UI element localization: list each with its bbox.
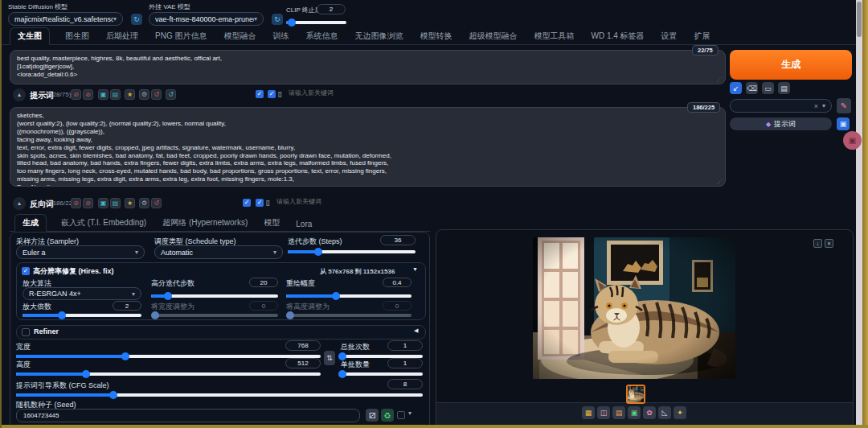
prompt-clear-all-button[interactable]: ⊘ xyxy=(83,89,93,100)
tab-wd14-tagger[interactable]: WD 1.4 标签器 xyxy=(589,28,645,44)
negative-clear-button[interactable]: ⊘ xyxy=(71,198,81,208)
resize-handle-icon[interactable]: ⋰ xyxy=(716,179,723,185)
tab-img2img[interactable]: 图生图 xyxy=(63,28,91,44)
hires-fix-checkbox[interactable]: ✓ xyxy=(22,267,30,275)
seed-input[interactable] xyxy=(16,409,360,422)
download-image-button[interactable]: ↓ xyxy=(813,239,822,248)
prompt-copy-button[interactable]: ▣ xyxy=(98,89,108,100)
batch-size-input[interactable] xyxy=(387,358,423,368)
width-input[interactable] xyxy=(285,340,321,351)
upscaler-select[interactable]: R-ESRGAN 4x+ ▾ xyxy=(23,287,141,300)
gallery-thumbnail[interactable] xyxy=(626,385,645,404)
reuse-seed-button[interactable]: ♻ xyxy=(381,409,394,422)
prompt-keyword-checkbox[interactable]: ✓ xyxy=(268,90,276,98)
save-zip-button[interactable]: ▤ xyxy=(612,406,625,419)
subtab-hypernetworks[interactable]: 超网络 (Hypernetworks) xyxy=(161,215,249,231)
edit-styles-button[interactable]: ✎ xyxy=(837,98,851,113)
open-folder-button[interactable]: ▦ xyxy=(582,406,595,419)
restore-progress-button[interactable]: ▭ xyxy=(762,82,774,94)
prompt-settings-button[interactable]: ⚙ xyxy=(139,89,149,100)
prompt-keyword-input[interactable] xyxy=(287,88,403,97)
prompt-paste-button[interactable]: ▤ xyxy=(110,89,121,100)
prompt-clear-button[interactable]: ⊘ xyxy=(71,89,81,100)
tab-system-info[interactable]: 系统信息 xyxy=(304,28,339,44)
seed-extra-caret[interactable]: ▾ xyxy=(408,409,411,417)
upscale-by-input[interactable] xyxy=(113,301,141,311)
resize-height-slider[interactable] xyxy=(286,314,411,317)
clear-prompt-button[interactable]: ⌫ xyxy=(746,82,758,94)
negative-keyword-checkbox[interactable]: ✓ xyxy=(256,199,264,207)
schedule-select[interactable]: Automatic ▾ xyxy=(154,245,283,259)
paste-infotext-button[interactable]: ↙ xyxy=(730,82,742,94)
clear-styles-icon[interactable]: × xyxy=(814,102,818,110)
batch-count-input[interactable] xyxy=(387,340,423,351)
scrollbar-thumb[interactable] xyxy=(857,2,862,37)
negative-settings-button[interactable]: ⚙ xyxy=(139,198,149,208)
tab-train[interactable]: 训练 xyxy=(271,28,290,44)
negative-prompt-textarea[interactable]: sketches, (worst quality:2), (low qualit… xyxy=(10,107,726,187)
width-slider[interactable] xyxy=(16,355,321,358)
denoising-slider[interactable] xyxy=(286,294,411,298)
generated-image[interactable] xyxy=(533,237,735,379)
tab-model-toolkit[interactable]: 模型工具箱 xyxy=(532,28,575,44)
tab-extensions[interactable]: 扩展 xyxy=(693,28,712,44)
hires-steps-input[interactable] xyxy=(249,278,278,287)
prompt-collapse-button[interactable]: ▴ xyxy=(13,88,26,101)
close-image-button[interactable]: × xyxy=(825,239,833,248)
tab-extras[interactable]: 后期处理 xyxy=(104,28,140,44)
styles-select[interactable]: × ▾ xyxy=(730,99,832,113)
negative-paste-button[interactable]: ▤ xyxy=(110,198,121,208)
prompt-library-toggle-button[interactable]: ▣ xyxy=(837,117,850,130)
resize-height-input[interactable] xyxy=(383,301,411,311)
negative-favorite-button[interactable]: ★ xyxy=(125,198,135,208)
upscale-sparkle-button[interactable]: ✦ xyxy=(674,406,686,419)
tab-png-info[interactable]: PNG 图片信息 xyxy=(154,28,208,44)
tab-model-converter[interactable]: 模型转换 xyxy=(418,28,453,44)
hires-steps-slider[interactable] xyxy=(151,294,278,298)
negative-collapse-button[interactable]: ▴ xyxy=(13,197,26,210)
negative-keyword-input[interactable] xyxy=(275,197,391,206)
save-image-button[interactable]: ◫ xyxy=(597,406,610,419)
negative-clear-all-button[interactable]: ⊘ xyxy=(83,198,93,208)
prompt-undo-button[interactable]: ↺ xyxy=(151,89,162,100)
hires-collapse-button[interactable]: ▼ xyxy=(412,266,418,272)
refresh-model-button[interactable]: ↻ xyxy=(131,14,142,25)
random-seed-button[interactable]: ⚂ xyxy=(366,409,379,422)
steps-input[interactable] xyxy=(380,235,416,245)
cfg-scale-slider[interactable] xyxy=(16,393,423,397)
send-to-img2img-button[interactable]: ▣ xyxy=(628,406,641,419)
prompt-translate-button[interactable]: ↺ xyxy=(166,89,176,100)
floating-photo-badge[interactable]: ▣ xyxy=(843,131,862,150)
cfg-scale-input[interactable] xyxy=(387,379,423,389)
prompt-textarea[interactable]: best quality, masterpiece, highres, 8k, … xyxy=(10,50,726,84)
subtab-checkpoints[interactable]: 模型 xyxy=(262,215,281,231)
tab-infinite-browser[interactable]: 无边图像浏览 xyxy=(353,28,404,44)
tab-txt2img[interactable]: 文生图 xyxy=(10,27,50,45)
send-to-extras-button[interactable]: ◺ xyxy=(658,406,671,419)
refiner-checkbox[interactable] xyxy=(22,328,30,336)
subtab-lora[interactable]: Lora xyxy=(294,217,313,231)
generate-button[interactable]: 生成 xyxy=(730,50,852,80)
negative-option-checkbox[interactable]: ✓ xyxy=(243,199,251,207)
resize-width-input[interactable] xyxy=(249,301,278,311)
save-style-button[interactable]: ▤ xyxy=(778,82,790,94)
negative-copy-button[interactable]: ▣ xyxy=(98,198,108,208)
tab-checkpoint-merger[interactable]: 模型融合 xyxy=(222,28,257,44)
send-to-inpaint-button[interactable]: ✿ xyxy=(643,406,656,419)
refresh-vae-button[interactable]: ↻ xyxy=(272,14,283,25)
scrollbar-track[interactable] xyxy=(856,0,862,426)
clip-skip-input[interactable] xyxy=(317,4,346,14)
negative-undo-button[interactable]: ↺ xyxy=(151,198,162,208)
batch-size-slider[interactable] xyxy=(341,372,423,376)
clip-skip-slider[interactable] xyxy=(286,21,346,24)
prompt-library-button[interactable]: ◆ 提示词 xyxy=(730,117,832,130)
steps-slider[interactable] xyxy=(288,250,416,253)
refiner-collapse-button[interactable]: ◀ xyxy=(414,327,418,334)
subtab-generation[interactable]: 生成 xyxy=(14,214,47,232)
height-input[interactable] xyxy=(285,358,321,368)
upscale-by-slider[interactable] xyxy=(23,314,141,317)
swap-dimensions-button[interactable]: ⇅ xyxy=(324,351,335,365)
tab-settings[interactable]: 设置 xyxy=(660,28,679,44)
vae-select[interactable]: vae-ft-mse-840000-ema-pruned.safetensors… xyxy=(149,12,264,26)
sampler-select[interactable]: Euler a ▾ xyxy=(16,245,145,259)
